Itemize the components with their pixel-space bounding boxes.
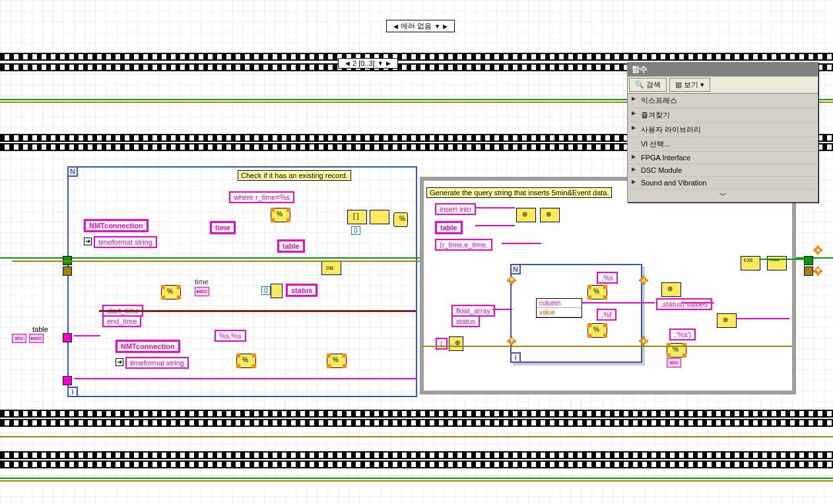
- wr-green: [759, 259, 805, 260]
- tunnel-gold-r: [804, 267, 813, 276]
- palette-view-label: 보기: [684, 80, 698, 90]
- table-terminal: abc: [12, 334, 26, 343]
- table-label: table: [29, 325, 51, 334]
- fmt-pair: %s,%s: [215, 330, 246, 342]
- wr7: [737, 318, 789, 319]
- table-const-right: table: [435, 221, 463, 234]
- pct-s: ,%s: [597, 272, 618, 284]
- time-text: time: [195, 278, 209, 286]
- table-indicator: ▸abc: [29, 334, 44, 343]
- chevron-down-icon: ▾: [700, 80, 704, 89]
- tunnel-pink2: [63, 376, 72, 385]
- loop-I: i: [67, 387, 78, 397]
- format-into-string-2: [236, 354, 256, 368]
- format-s: [587, 285, 607, 299]
- comment-check-record: Check if it has an existing record.: [238, 170, 351, 181]
- status-values: ,status) values: [656, 298, 712, 310]
- palette-search-button[interactable]: 🔍 검색: [629, 78, 667, 92]
- concat-3: [661, 282, 681, 297]
- palette-item-sound[interactable]: Sound and Vibration: [628, 177, 818, 189]
- w-gold-mid: [12, 261, 421, 262]
- greater-than: [393, 212, 408, 227]
- out-terminal: abc: [667, 358, 681, 367]
- zero-status-idx: 0: [261, 286, 271, 295]
- shift-outer-up: [813, 245, 822, 255]
- w1: [74, 335, 100, 336]
- end-time: end_time: [102, 315, 141, 327]
- wr2: [475, 225, 515, 226]
- status-const: status: [286, 284, 317, 297]
- inner-N: N: [510, 264, 521, 274]
- pct-f: ,%f: [597, 309, 616, 321]
- w-cluster: [99, 310, 416, 312]
- array-size: [347, 210, 367, 224]
- palette-item-express[interactable]: 익스프레스: [628, 94, 818, 108]
- unbundle-column: column: [537, 299, 582, 308]
- tunnel-green-r: [804, 256, 813, 265]
- palette-view-button[interactable]: ▥ 보기 ▾: [669, 78, 710, 92]
- table-const-left: table: [277, 239, 305, 253]
- palette-item-userlib[interactable]: 사용자 라이브러리: [628, 123, 818, 137]
- cols-const: (r_time,e_time,: [435, 239, 492, 251]
- palette-expand[interactable]: ︾: [628, 189, 818, 202]
- status-right: status: [451, 315, 480, 327]
- time-terminal: ▸abc: [195, 287, 209, 296]
- palette-item-dsc[interactable]: DSC Module: [628, 164, 818, 177]
- time-const: time: [210, 221, 236, 234]
- format-into-string-3: [327, 354, 347, 368]
- inner-I: i: [510, 352, 521, 363]
- concat-paren: [449, 336, 463, 351]
- nmt-connection-2: NMTconnection: [116, 340, 180, 353]
- index-array: [370, 210, 389, 224]
- timeformat-2: timeformat string: [125, 357, 189, 369]
- insert-into: insert into: [435, 203, 476, 215]
- db-execute: [741, 256, 760, 270]
- palette-title[interactable]: 함수: [628, 63, 818, 77]
- concat-4: [717, 313, 737, 328]
- w-pink-bottom: [74, 378, 417, 379]
- wr3: [502, 243, 541, 244]
- open-paren: (: [436, 338, 448, 350]
- wr5: [582, 302, 655, 303]
- where-rtime: where r_time=%s: [229, 191, 294, 203]
- concat-2: [540, 208, 560, 222]
- format-into-string-1: [161, 285, 181, 299]
- zero-const: 0: [351, 226, 360, 235]
- palette-item-fpga[interactable]: FPGA Interface: [628, 152, 818, 164]
- nmt-connection-1: NMTconnection: [84, 219, 149, 232]
- wr6: [681, 302, 714, 303]
- path-arrow-2: ➜: [116, 358, 123, 366]
- wr4: [492, 309, 512, 310]
- format-where: [271, 208, 290, 222]
- timeformat-1: timeformat string: [94, 236, 157, 248]
- close-fmt: ,'%s'): [669, 329, 696, 340]
- comment-generate-query: Generate the query string that inserts 5…: [426, 187, 612, 198]
- palette-search-label: 검색: [646, 80, 661, 90]
- wr1: [475, 207, 515, 208]
- tunnel-gold: [63, 267, 72, 276]
- search-icon: 🔍: [635, 80, 644, 89]
- path-arrow-1: ➜: [84, 237, 92, 245]
- palette-item-selectvi[interactable]: VI 선택...: [628, 137, 818, 152]
- index-array-status: [271, 284, 283, 298]
- shift-outer-dn: [813, 267, 822, 276]
- db-select: [321, 261, 341, 275]
- wr-gold: [422, 346, 792, 347]
- palette-item-favorites[interactable]: 즐겨찾기: [628, 108, 818, 123]
- unbundle-by-name: column value: [536, 298, 582, 318]
- unbundle-value: value: [537, 308, 582, 317]
- loop-N: N: [67, 166, 78, 177]
- format-f: [587, 323, 607, 338]
- functions-palette[interactable]: 함수 🔍 검색 ▥ 보기 ▾ 익스프레스 즐겨찾기 사용자 라이브러리 VI 선…: [627, 62, 818, 203]
- palette-list: 익스프레스 즐겨찾기 사용자 라이브러리 VI 선택... FPGA Inter…: [628, 94, 818, 189]
- view-icon: ▥: [675, 80, 682, 89]
- tunnel-pink1: [63, 333, 72, 342]
- concat-1: [516, 208, 536, 222]
